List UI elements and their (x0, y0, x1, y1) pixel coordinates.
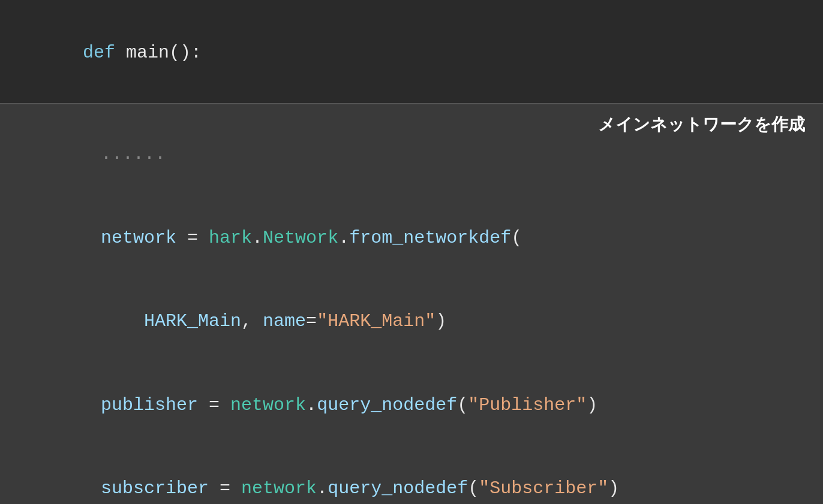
def-main-line: def main(): (0, 0, 823, 103)
code-block-network-setup: メインネットワークを作成 ...... network = hark.Netwo… (0, 103, 823, 505)
function-main: main (115, 43, 169, 63)
annotation-main-network: メインネットワークを作成 (598, 113, 805, 136)
code-display: def main(): メインネットワークを作成 ...... network … (0, 0, 823, 504)
keyword-def: def (83, 43, 115, 63)
hark-main-line: HARK_Main, name="HARK_Main") (36, 280, 787, 364)
publisher-line: publisher = network.query_nodedef("Publi… (36, 363, 787, 447)
subscriber-line: subscriber = network.query_nodedef("Subs… (36, 447, 787, 505)
network-assignment-line: network = hark.Network.from_networkdef( (36, 196, 787, 280)
